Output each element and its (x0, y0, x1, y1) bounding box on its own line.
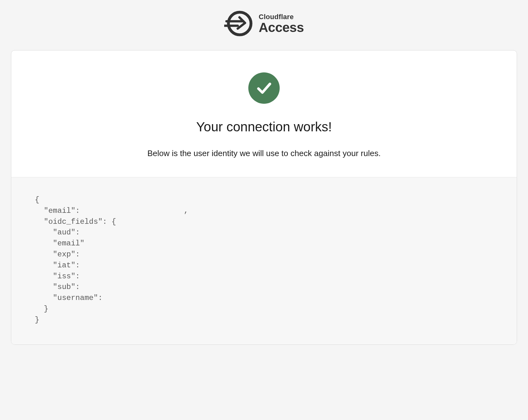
success-check-icon (248, 72, 280, 104)
card-header-section: Your connection works! Below is the user… (11, 50, 517, 177)
main-card: Your connection works! Below is the user… (11, 50, 517, 345)
logo: Cloudflare Access (224, 9, 304, 38)
page-header: Cloudflare Access (0, 0, 528, 50)
cloudflare-access-logo-icon (224, 9, 252, 38)
svg-point-0 (228, 12, 251, 35)
page-subtitle: Below is the user identity we will use t… (24, 149, 504, 158)
page-title: Your connection works! (24, 119, 504, 134)
logo-text: Cloudflare Access (259, 13, 304, 34)
identity-section: { "email": , "oidc_fields": { "aud": "em… (11, 177, 517, 344)
logo-product-text: Access (259, 21, 304, 34)
identity-json-block: { "email": , "oidc_fields": { "aud": "em… (35, 195, 493, 326)
